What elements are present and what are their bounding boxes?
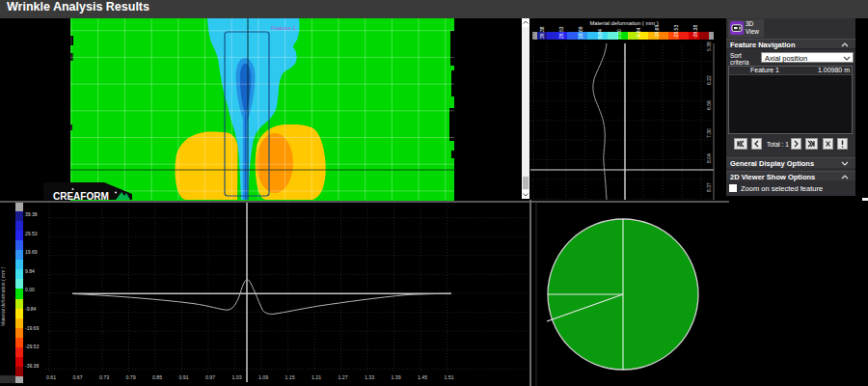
svg-text:CREAFORM: CREAFORM	[53, 191, 109, 201]
svg-text:0.91: 0.91	[178, 374, 188, 380]
svg-text:0.79: 0.79	[125, 374, 135, 380]
svg-text:-29.53: -29.53	[25, 344, 39, 349]
svg-text:Material deformation ( mm ): Material deformation ( mm )	[0, 266, 6, 326]
svg-text:9.84: 9.84	[597, 29, 603, 39]
svg-text:1.27: 1.27	[338, 374, 347, 380]
svg-text:1.51: 1.51	[444, 374, 453, 380]
svg-text:7.30: 7.30	[706, 128, 712, 138]
svg-text:0.73: 0.73	[99, 374, 109, 380]
svg-text:29.53: 29.53	[25, 231, 38, 236]
svg-text:0.97: 0.97	[205, 374, 215, 380]
svg-text:0.67: 0.67	[72, 374, 82, 380]
svg-text:1.15: 1.15	[285, 374, 294, 380]
svg-text:-9.84: -9.84	[636, 27, 641, 39]
svg-text:39.38: 39.38	[539, 26, 545, 39]
svg-text:-19.69: -19.69	[654, 25, 660, 39]
svg-text:Feature 1: Feature 1	[271, 25, 296, 31]
svg-text:0.85: 0.85	[152, 374, 162, 380]
svg-text:8.37: 8.37	[706, 182, 712, 192]
svg-text:8.04: 8.04	[706, 153, 712, 163]
svg-text:1.21: 1.21	[312, 374, 321, 380]
svg-text:1.33: 1.33	[365, 374, 374, 380]
svg-text:0.00: 0.00	[616, 29, 622, 39]
svg-text:19.69: 19.69	[578, 26, 583, 39]
svg-text:1.39: 1.39	[391, 374, 400, 380]
svg-text:-39.38: -39.38	[25, 363, 39, 369]
svg-text:Material deformation ( mm ): Material deformation ( mm )	[589, 20, 658, 26]
svg-text:29.53: 29.53	[558, 26, 564, 39]
svg-text:9.84: 9.84	[25, 268, 35, 274]
svg-text:19.69: 19.69	[25, 249, 38, 255]
svg-text:0.61: 0.61	[46, 374, 56, 380]
svg-text:1.09: 1.09	[258, 374, 268, 380]
svg-text:39.38: 39.38	[25, 211, 38, 217]
svg-text:1.03: 1.03	[231, 374, 241, 380]
svg-text:6.56: 6.56	[706, 100, 712, 110]
svg-text:-19.69: -19.69	[25, 325, 39, 331]
svg-text:-9.84: -9.84	[25, 306, 37, 312]
svg-text:6.22: 6.22	[706, 75, 712, 85]
svg-text:1.45: 1.45	[418, 374, 427, 380]
svg-text:-39.38: -39.38	[692, 25, 698, 39]
svg-text:0.00: 0.00	[25, 287, 35, 292]
svg-text:5.38: 5.38	[706, 41, 712, 51]
svg-text:-29.53: -29.53	[673, 25, 679, 39]
